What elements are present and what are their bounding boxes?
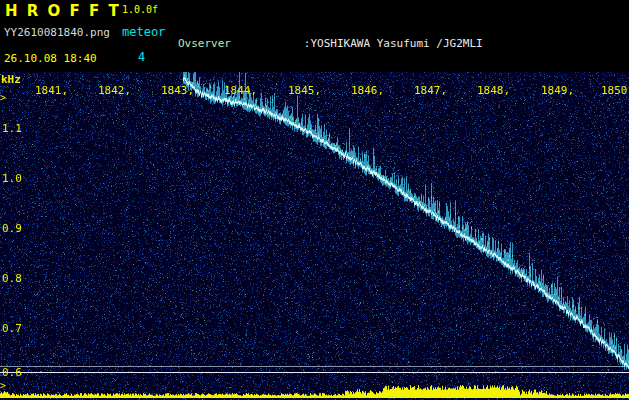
freq-unit-label: kHz [1,73,21,86]
hrofft-window: H R O F F T 1.0.0f YY2610081840.png mete… [0,0,629,400]
info-label: Ovserver [178,36,304,51]
info-row-observer: Ovserver:YOSHIKAWA Yasufumi /JG2MLI [178,36,615,51]
edge-marker-icon: > [0,92,6,103]
freq-tick-label: 0.8 [2,272,22,285]
app-title: H R O F F T [5,2,121,20]
header-bar: H R O F F T 1.0.0f YY2610081840.png mete… [0,0,629,72]
record-datetime: 26.10.08 18:40 [4,52,97,65]
meteor-count: 4 [138,50,145,64]
time-tick-label: 1845, [288,84,321,97]
time-tick-label: 1849, [541,84,574,97]
freq-tick-label: 0.6 [2,366,22,379]
mode-label: meteor [122,25,165,39]
time-tick-label: 1843, [161,84,194,97]
time-tick-label: 1844, [224,84,257,97]
freq-tick-label: 1.1 [2,122,22,135]
time-tick-label: 1850, [601,84,629,97]
time-tick-label: 1848, [477,84,510,97]
time-tick-label: 1846, [351,84,384,97]
edge-marker-icon: > [0,380,6,391]
freq-tick-label: 0.7 [2,322,22,335]
freq-tick-label: 1.0 [2,172,22,185]
info-value: :YOSHIKAWA Yasufumi /JG2MLI [304,37,483,50]
output-filename: YY2610081840.png [4,26,110,39]
time-tick-label: 1842, [98,84,131,97]
time-tick-label: 1841, [35,84,68,97]
freq-tick-label: 0.9 [2,222,22,235]
app-version: 1.0.0f [122,4,158,15]
time-tick-label: 1847, [414,84,447,97]
spectrogram-canvas [0,72,629,400]
